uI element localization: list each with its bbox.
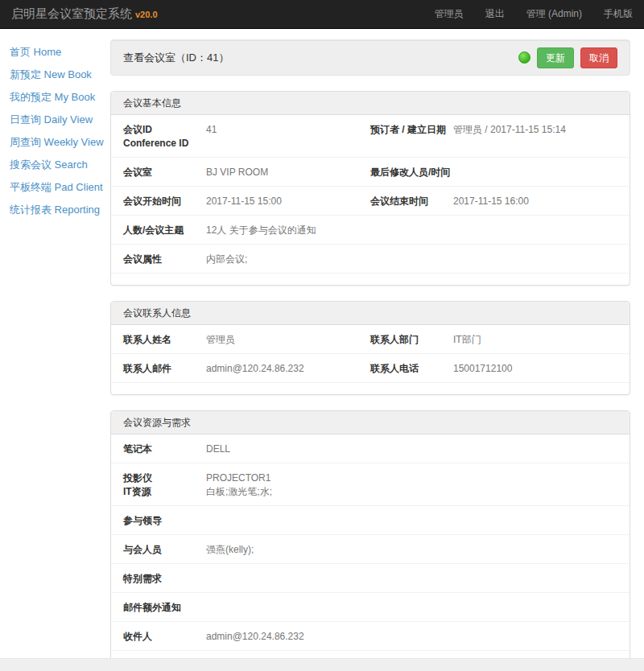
field-row: 联系人姓名管理员联系人部门IT部门	[111, 325, 630, 354]
field-row: 会议IDConference ID41预订者 / 建立日期管理员 / 2017-…	[111, 115, 630, 158]
field-cell: 联系人邮件admin@120.24.86.232	[123, 362, 370, 376]
navbar-links: 管理员退出管理 (Admin)手机版	[435, 7, 633, 21]
field-cell: 收件人admin@120.24.86.232	[123, 630, 617, 644]
field-row: 收件人admin@120.24.86.232	[111, 622, 630, 651]
field-label-line: 联系人邮件	[123, 362, 206, 376]
field-label-line: 参与领导	[123, 514, 206, 528]
field-value-line: 41	[206, 123, 217, 137]
field-label: 与会人员	[123, 543, 206, 557]
field-value: PROJECTOR1白板;激光笔;水;	[206, 471, 272, 499]
field-cell: 最后修改人员/时间	[370, 166, 617, 179]
app-brand[interactable]: 启明星会议室预定系统v20.0	[11, 6, 158, 22]
cancel-button[interactable]: 取消	[580, 47, 617, 68]
field-cell: 与会人员强燕(kelly);	[123, 543, 617, 557]
update-button[interactable]: 更新	[537, 47, 574, 68]
field-label-line: 最后修改人员/时间	[370, 166, 453, 179]
field-cell: 人数/会议主题12人 关于参与会议的通知	[123, 224, 617, 237]
field-cell: 投影仪IT资源PROJECTOR1白板;激光笔;水;	[123, 471, 617, 499]
field-label-line: 联系人姓名	[123, 333, 206, 347]
field-label-line: 特别需求	[123, 572, 206, 586]
footer-bar	[0, 658, 644, 671]
field-cell: 联系人姓名管理员	[123, 333, 370, 347]
field-label-line: 预订者 / 建立日期	[370, 123, 453, 137]
field-label: 会议属性	[123, 253, 206, 266]
field-row: 笔记本DELL	[111, 434, 630, 463]
field-value: BJ VIP ROOM	[206, 166, 268, 179]
field-label: 笔记本	[123, 443, 206, 456]
top-navbar: 启明星会议室预定系统v20.0 管理员退出管理 (Admin)手机版	[0, 0, 644, 29]
field-value: admin@120.24.86.232	[206, 362, 304, 376]
field-value-line: BJ VIP ROOM	[206, 166, 268, 179]
panel-title-resources: 会议资源与需求	[111, 411, 630, 434]
field-value: 2017-11-15 16:00	[453, 195, 529, 208]
field-value-line: admin@120.24.86.232	[206, 630, 304, 644]
field-label-line: 会议室	[123, 166, 206, 179]
field-cell: 邮件额外通知	[123, 601, 617, 615]
field-row: 会议开始时间2017-11-15 15:00会议结束时间2017-11-15 1…	[111, 187, 630, 216]
field-value-line: 强燕(kelly);	[206, 543, 254, 557]
field-label: 会议室	[123, 166, 206, 179]
field-cell: 联系人部门IT部门	[370, 333, 617, 347]
field-label-line: Conference ID	[123, 137, 206, 150]
field-cell: 会议室BJ VIP ROOM	[123, 166, 370, 179]
field-value: 内部会议;	[206, 253, 247, 266]
sidebar-item-new-book[interactable]: 新预定 New Book	[10, 69, 101, 80]
panel-body-basic-info: 会议IDConference ID41预订者 / 建立日期管理员 / 2017-…	[111, 115, 630, 285]
field-row: 会议属性内部会议;	[111, 245, 630, 274]
nav-link-logout[interactable]: 退出	[485, 7, 505, 21]
toolbar-actions: 更新 取消	[518, 47, 617, 68]
field-cell: 参与领导	[123, 514, 617, 528]
field-value-line: 管理员 / 2017-11-15 15:14	[453, 123, 566, 137]
field-row: 与会人员强燕(kelly);	[111, 535, 630, 564]
field-label-line: 会议开始时间	[123, 195, 206, 208]
field-label: 最后修改人员/时间	[370, 166, 453, 179]
panels-container: 会议基本信息会议IDConference ID41预订者 / 建立日期管理员 /…	[110, 91, 630, 663]
status-dot-icon	[518, 51, 530, 64]
field-label-line: 联系人电话	[370, 362, 453, 376]
field-value-line: 内部会议;	[206, 253, 247, 266]
field-cell: 联系人电话15001712100	[370, 362, 617, 376]
field-value-line: 12人 关于参与会议的通知	[206, 224, 316, 237]
field-value-line: IT部门	[453, 333, 481, 347]
field-label: 邮件额外通知	[123, 601, 206, 615]
nav-link-admin[interactable]: 管理 (Admin)	[526, 7, 582, 21]
panel-title-contact-info: 会议联系人信息	[111, 302, 630, 325]
field-row: 人数/会议主题12人 关于参与会议的通知	[111, 216, 630, 245]
field-label: 会议IDConference ID	[123, 123, 206, 150]
sidebar-item-pad-client[interactable]: 平板终端 Pad Client	[10, 182, 101, 192]
field-value: 管理员 / 2017-11-15 15:14	[453, 123, 566, 150]
field-row: 特别需求	[111, 564, 630, 593]
field-label-line: 与会人员	[123, 543, 206, 557]
panel-resources: 会议资源与需求笔记本DELL投影仪IT资源PROJECTOR1白板;激光笔;水;…	[110, 410, 630, 663]
field-value-line: PROJECTOR1	[206, 471, 272, 485]
toolbar: 查看会议室（ID：41） 更新 取消	[110, 39, 630, 76]
field-label-line: 投影仪	[123, 471, 206, 485]
field-label: 参与领导	[123, 514, 206, 528]
sidebar-item-search[interactable]: 搜索会议 Search	[10, 159, 101, 170]
sidebar-item-home[interactable]: 首页 Home	[10, 47, 101, 57]
field-label-line: 联系人部门	[370, 333, 453, 347]
field-value: 强燕(kelly);	[206, 543, 254, 557]
field-label: 联系人姓名	[123, 333, 206, 347]
field-row: 会议室BJ VIP ROOM最后修改人员/时间	[111, 158, 630, 187]
field-value-line: 管理员	[206, 333, 235, 347]
field-cell: 会议结束时间2017-11-15 16:00	[370, 195, 617, 208]
field-label: 收件人	[123, 630, 206, 644]
field-value: 41	[206, 123, 217, 150]
field-label: 特别需求	[123, 572, 206, 586]
panel-basic-info: 会议基本信息会议IDConference ID41预订者 / 建立日期管理员 /…	[110, 91, 630, 286]
field-row: 联系人邮件admin@120.24.86.232联系人电话15001712100	[111, 354, 630, 383]
field-label: 人数/会议主题	[123, 224, 206, 237]
field-value-line: 15001712100	[453, 362, 512, 376]
field-label-line: IT资源	[123, 485, 206, 499]
sidebar-item-reporting[interactable]: 统计报表 Reporting	[10, 204, 101, 215]
nav-link-current-user[interactable]: 管理员	[435, 7, 464, 21]
nav-link-mobile[interactable]: 手机版	[604, 7, 633, 21]
field-cell: 笔记本DELL	[123, 443, 617, 456]
sidebar-item-daily-view[interactable]: 日查询 Daily View	[10, 114, 101, 125]
field-cell: 会议IDConference ID41	[123, 123, 370, 150]
field-value-line: DELL	[206, 443, 230, 456]
sidebar-item-my-book[interactable]: 我的预定 My Book	[10, 92, 101, 102]
app-version: v20.0	[135, 10, 158, 19]
sidebar-item-weekly-view[interactable]: 周查询 Weekly View	[10, 137, 101, 147]
